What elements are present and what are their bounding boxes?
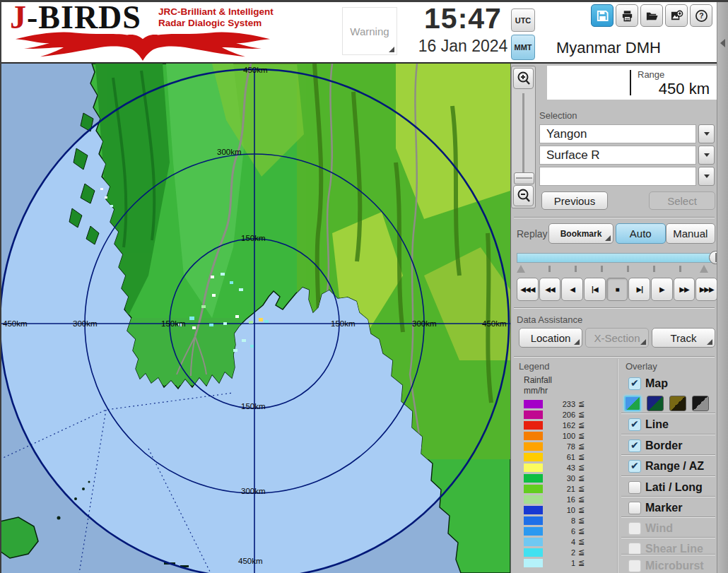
legend-value: 61 xyxy=(543,453,575,461)
legend-value: 43 xyxy=(543,463,575,472)
play-back-button[interactable]: ◀ xyxy=(561,278,583,301)
border-checkbox[interactable] xyxy=(628,439,641,452)
marker-checkbox[interactable] xyxy=(628,502,641,514)
range-az-checkbox[interactable] xyxy=(628,460,641,473)
legend-value: 4 xyxy=(543,538,575,546)
divider xyxy=(621,496,715,497)
overlay-label: Border xyxy=(645,439,682,452)
track-button[interactable]: Track xyxy=(652,328,715,348)
legend-comparator: ≦ xyxy=(578,431,585,440)
range-ring-label: 300km xyxy=(412,319,437,328)
legend-color-swatch xyxy=(524,432,543,440)
wind-checkbox xyxy=(628,522,641,535)
timeline-ticks xyxy=(517,264,717,274)
legend-row: 6≦ xyxy=(524,526,585,536)
timezone-utc-button[interactable]: UTC xyxy=(511,8,535,32)
floppy-icon xyxy=(596,9,609,23)
range-ring-label: 150km xyxy=(161,319,186,328)
step-back-button[interactable]: |◀ xyxy=(584,278,606,301)
overlay-item-marker: Marker xyxy=(621,500,716,516)
jbirds-app: J-BIRDS JRC-Brilliant & Intelligent Rada… xyxy=(0,0,728,573)
timezone-mmt-button[interactable]: MMT xyxy=(511,35,535,60)
rewind-fast-button[interactable]: ◀◀◀ xyxy=(517,278,539,301)
extra-dropdown xyxy=(539,167,715,186)
location-button[interactable]: Location xyxy=(519,328,582,348)
print-button[interactable] xyxy=(616,4,638,27)
chevron-down-icon xyxy=(704,132,710,136)
range-ring-label: 450km xyxy=(243,66,268,74)
divider xyxy=(514,356,715,357)
map-style-olive-dark-swatch[interactable] xyxy=(669,396,686,411)
legend-color-swatch xyxy=(524,506,543,514)
step-forward-button[interactable]: ▶| xyxy=(628,278,650,301)
legend-color-swatch xyxy=(524,538,543,546)
select-button[interactable]: Select xyxy=(649,191,715,210)
zoom-in-button[interactable] xyxy=(513,68,534,89)
zoom-out-button[interactable] xyxy=(513,185,534,206)
legend-comparator: ≦ xyxy=(578,452,585,461)
extra-dropdown-button[interactable] xyxy=(698,167,715,186)
product-dropdown-button[interactable] xyxy=(698,146,715,165)
legend-color-swatch xyxy=(524,421,543,430)
logo-tagline: JRC-Brilliant & Intelligent Radar Dialog… xyxy=(158,6,274,29)
clock-time: 15:47 xyxy=(400,1,526,35)
radar-map[interactable]: 450km 300km 150km 150km 300km 450km 450k… xyxy=(0,64,510,573)
legend-row: 30≦ xyxy=(524,473,585,483)
zoom-slider-handle[interactable] xyxy=(514,172,534,184)
previous-button[interactable]: Previous xyxy=(541,191,608,210)
site-dropdown-button[interactable] xyxy=(698,124,715,143)
stop-button[interactable]: ■ xyxy=(606,278,628,301)
forward-fast-button[interactable]: ▶▶▶ xyxy=(695,278,717,301)
replay-mode-manual-button[interactable]: Manual xyxy=(666,223,716,244)
window-frame xyxy=(0,0,1,573)
legend-row: 4≦ xyxy=(524,536,585,547)
logo-title-j: J xyxy=(10,0,27,35)
replay-mode-auto-button[interactable]: Auto xyxy=(616,223,666,244)
legend-color-swatch xyxy=(524,485,543,493)
panel-collapse-handle[interactable] xyxy=(717,0,728,573)
lati-long-checkbox[interactable] xyxy=(628,481,641,494)
rewind-button[interactable]: ◀◀ xyxy=(539,278,561,301)
forward-button[interactable]: ▶▶ xyxy=(674,278,695,301)
legend-color-swatch xyxy=(524,442,543,451)
range-ring-label: 300km xyxy=(217,148,242,156)
map-checkbox[interactable] xyxy=(628,377,641,390)
warning-button[interactable]: Warning xyxy=(342,7,397,55)
help-button[interactable]: ? xyxy=(690,4,712,27)
play-button[interactable]: ▶ xyxy=(651,278,673,301)
overlay-item-range-az: Range / AZ xyxy=(621,458,716,475)
replay-timeline-slider[interactable] xyxy=(517,253,717,263)
timeline-end-marker[interactable] xyxy=(700,265,708,273)
x-section-button[interactable]: X-Section xyxy=(585,328,649,348)
range-value: 450 km xyxy=(659,80,710,98)
legend-comparator: ≦ xyxy=(578,516,585,525)
zoom-slider-track[interactable] xyxy=(522,93,524,182)
toolbar: ? xyxy=(591,4,712,27)
save-button[interactable] xyxy=(591,4,613,27)
map-style-blue-green-swatch[interactable] xyxy=(624,396,641,411)
selection-label: Selection xyxy=(539,110,577,121)
divider xyxy=(621,434,715,435)
divider xyxy=(621,537,715,538)
chevron-down-icon xyxy=(704,153,710,157)
printer-icon xyxy=(621,9,634,23)
legend-row: 1≦ xyxy=(524,557,585,568)
open-button[interactable] xyxy=(640,4,663,27)
divider xyxy=(514,307,715,308)
legend-comparator: ≦ xyxy=(578,505,585,514)
overlay-label: Line xyxy=(645,418,669,431)
timeline-start-marker[interactable] xyxy=(517,265,525,273)
map-style-navy-darkgreen-swatch[interactable] xyxy=(647,396,664,411)
clock-date: 16 Jan 2024 xyxy=(400,35,526,57)
magnifier-plus-icon xyxy=(516,71,532,86)
bookmark-button[interactable]: Bookmark xyxy=(548,223,613,244)
product-dropdown-value[interactable]: Surface R xyxy=(539,146,696,165)
legend-color-swatch xyxy=(524,453,543,461)
legend-value: 233 xyxy=(543,400,575,408)
map-style-black-gray-swatch[interactable] xyxy=(692,396,709,411)
site-dropdown-value[interactable]: Yangon xyxy=(539,124,696,143)
line-checkbox[interactable] xyxy=(628,418,641,431)
legend-comparator: ≦ xyxy=(578,484,585,493)
extra-dropdown-value[interactable] xyxy=(539,167,696,186)
snapshot-button[interactable] xyxy=(665,4,688,27)
